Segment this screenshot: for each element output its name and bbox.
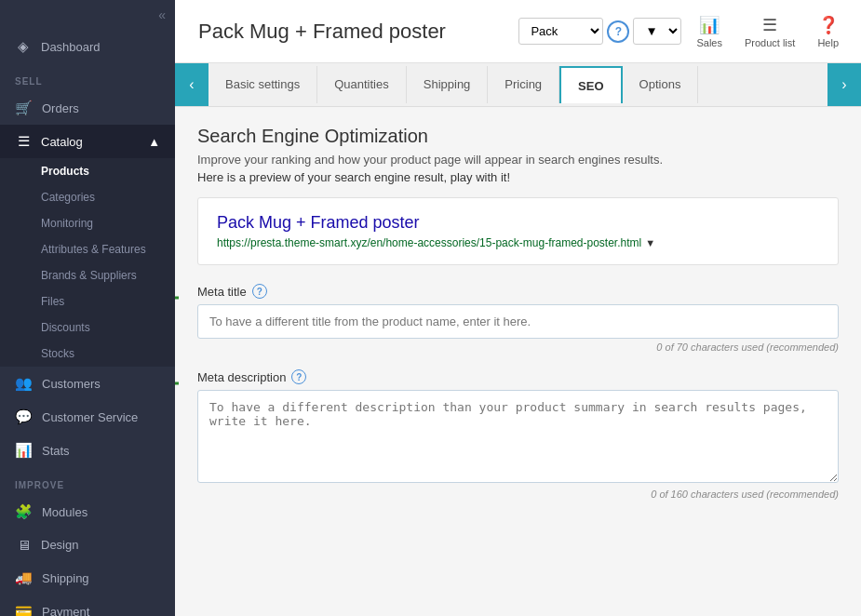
submenu-attributes-features[interactable]: Attributes & Features [0, 236, 175, 262]
improve-section-label: IMPROVE [0, 467, 175, 495]
submenu-stocks[interactable]: Stocks [0, 341, 175, 367]
sidebar-item-dashboard[interactable]: ◈ Dashboard [0, 30, 175, 63]
tabs-list: Basic settings Quantities Shipping Prici… [209, 66, 827, 103]
dashboard-icon: ◈ [15, 38, 32, 55]
sidebar-item-customers[interactable]: 👥 Customers [0, 367, 175, 400]
meta-description-char-count: 0 of 160 characters used (recommended) [197, 489, 839, 500]
sidebar-item-modules[interactable]: 🧩 Modules [0, 495, 175, 529]
sell-section-label: SELL [0, 63, 175, 91]
modules-icon: 🧩 [15, 503, 33, 520]
preview-url: https://presta.theme-smart.xyz/en/home-a… [217, 236, 819, 249]
seo-description: Improve your ranking and how your produc… [197, 153, 839, 167]
stats-icon: 📊 [15, 442, 33, 459]
tabs-prev-button[interactable]: ‹ [175, 63, 209, 106]
meta-title-char-count: 0 of 70 characters used (recommended) [197, 341, 839, 353]
sidebar-item-label: Stats [42, 444, 70, 458]
tab-shipping[interactable]: Shipping [407, 66, 489, 103]
help-label: Help [817, 37, 839, 48]
tab-basic-settings[interactable]: Basic settings [209, 66, 317, 103]
tabs-bar: ‹ Basic settings Quantities Shipping Pri… [175, 63, 861, 107]
pack-type-select[interactable]: Pack Standard [518, 18, 603, 45]
meta-description-textarea[interactable] [197, 390, 839, 483]
tab-seo[interactable]: SEO [559, 66, 622, 103]
pack-select-wrapper: Pack Standard ? ▼ [518, 18, 681, 45]
tab-options[interactable]: Options [623, 66, 699, 103]
sales-icon: 📊 [699, 15, 720, 35]
customer-service-icon: 💬 [15, 408, 33, 425]
sidebar-item-design[interactable]: 🖥 Design [0, 529, 175, 561]
product-list-icon: ☰ [762, 15, 777, 35]
submenu-brands-suppliers[interactable]: Brands & Suppliers [0, 262, 175, 288]
search-preview-box: Pack Mug + Framed poster https://presta.… [197, 197, 839, 265]
sidebar-item-customer-service[interactable]: 💬 Customer Service [0, 400, 175, 434]
preview-note: Here is a preview of your search engine … [197, 170, 839, 184]
sidebar-item-label: Payment [42, 605, 89, 617]
tab-pricing[interactable]: Pricing [488, 66, 559, 103]
sales-label: Sales [696, 37, 722, 48]
meta-description-label: Meta description ? [197, 369, 839, 384]
sidebar-item-stats[interactable]: 📊 Stats [0, 434, 175, 467]
meta-title-text: Meta title [197, 285, 247, 299]
orders-icon: 🛒 [15, 100, 33, 116]
topbar: Pack Standard ? ▼ 📊 Sales ☰ Product list… [175, 0, 861, 63]
pack-help-button[interactable]: ? [607, 20, 629, 43]
meta-description-group: Meta description ? 0 of 160 characters u… [197, 369, 839, 500]
arrow-annotation-1 [175, 293, 188, 340]
sidebar-item-label: Design [41, 538, 78, 552]
sidebar-item-label: Dashboard [41, 40, 101, 54]
help-button[interactable]: ❓ Help [810, 11, 846, 52]
sidebar-item-label: Orders [42, 101, 79, 115]
submenu-monitoring[interactable]: Monitoring [0, 210, 175, 236]
tabs-next-button[interactable]: › [827, 63, 861, 106]
main-content: Pack Standard ? ▼ 📊 Sales ☰ Product list… [175, 0, 861, 616]
shipping-icon: 🚚 [15, 569, 33, 586]
submenu-products[interactable]: Products [0, 158, 175, 184]
submenu-categories[interactable]: Categories [0, 184, 175, 210]
product-list-button[interactable]: ☰ Product list [737, 11, 802, 52]
meta-title-input[interactable] [197, 304, 839, 339]
sidebar-item-shipping[interactable]: 🚚 Shipping [0, 561, 175, 595]
arrow-annotation-2 [175, 379, 188, 435]
customers-icon: 👥 [15, 375, 33, 392]
meta-description-help[interactable]: ? [291, 369, 306, 384]
help-icon: ❓ [818, 15, 839, 35]
sales-button[interactable]: 📊 Sales [689, 11, 730, 52]
sidebar-item-label: Catalog [41, 135, 83, 149]
collapse-icon: « [158, 7, 166, 22]
meta-description-text: Meta description [197, 370, 286, 384]
sidebar-item-payment[interactable]: 💳 Payment [0, 595, 175, 616]
sidebar-item-label: Shipping [42, 571, 89, 585]
meta-title-label: Meta title ? [197, 284, 839, 299]
preview-title[interactable]: Pack Mug + Framed poster [217, 213, 819, 233]
url-dropdown-icon[interactable]: ▼ [645, 237, 655, 248]
design-icon: 🖥 [15, 537, 32, 553]
meta-title-group: Meta title ? 0 of 70 characters used (re… [197, 284, 839, 353]
preview-url-text: https://presta.theme-smart.xyz/en/home-a… [217, 236, 641, 249]
page-title: Search Engine Optimization [197, 126, 839, 147]
seo-page-content: Search Engine Optimization Improve your … [175, 107, 861, 616]
topbar-actions: Pack Standard ? ▼ 📊 Sales ☰ Product list… [518, 11, 846, 52]
tab-quantities[interactable]: Quantities [317, 66, 407, 103]
product-title-input[interactable] [190, 15, 507, 48]
sidebar: « ◈ Dashboard SELL 🛒 Orders ☰ Catalog ▲ … [0, 0, 175, 616]
sidebar-item-orders[interactable]: 🛒 Orders [0, 91, 175, 125]
sidebar-item-label: Customer Service [42, 410, 138, 424]
chevron-up-icon: ▲ [148, 135, 160, 149]
arrow-select[interactable]: ▼ [633, 18, 681, 45]
sidebar-item-catalog[interactable]: ☰ Catalog ▲ [0, 125, 175, 158]
sidebar-item-label: Modules [42, 505, 87, 519]
sidebar-collapse-button[interactable]: « [0, 0, 175, 30]
catalog-icon: ☰ [15, 133, 32, 150]
sidebar-item-label: Customers [42, 377, 101, 391]
product-list-label: Product list [745, 37, 795, 48]
catalog-submenu: Products Categories Monitoring Attribute… [0, 158, 175, 367]
meta-title-help[interactable]: ? [252, 284, 267, 299]
submenu-discounts[interactable]: Discounts [0, 315, 175, 341]
payment-icon: 💳 [15, 603, 33, 616]
submenu-files[interactable]: Files [0, 288, 175, 315]
